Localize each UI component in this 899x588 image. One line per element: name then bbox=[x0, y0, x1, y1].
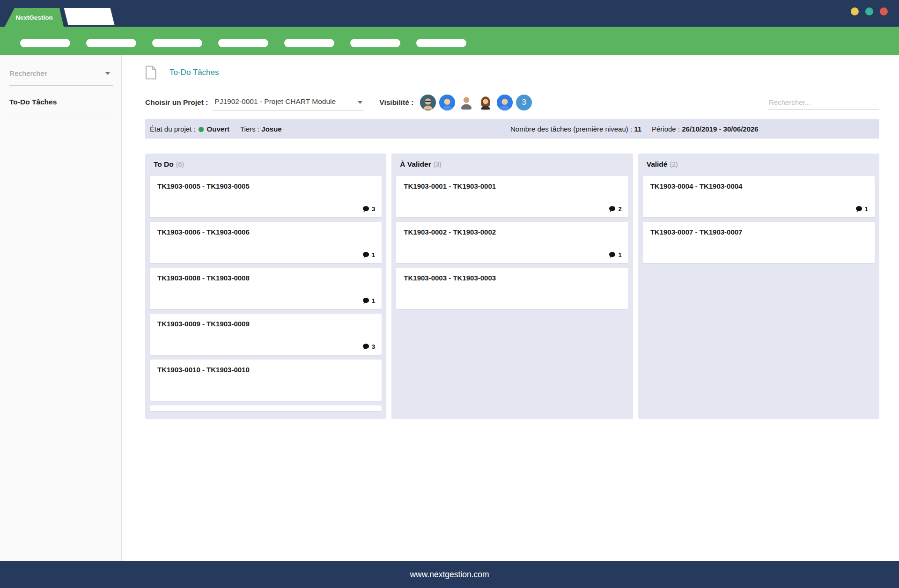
nav-item[interactable] bbox=[350, 39, 400, 47]
kanban-column: To Do(6)TK1903-0005 - TK1903-00053TK1903… bbox=[145, 154, 386, 419]
project-select-label: Choisir un Projet : bbox=[145, 98, 208, 107]
nav-item[interactable] bbox=[218, 39, 268, 47]
comment-icon bbox=[362, 297, 369, 304]
project-task-count: Nombre des tâches (première niveau) : 11 bbox=[510, 125, 652, 133]
task-card-title: TK1903-0010 - TK1903-0010 bbox=[157, 366, 374, 374]
comment-icon bbox=[609, 206, 616, 213]
avatar-user-2[interactable] bbox=[439, 95, 455, 110]
task-card[interactable]: TK1903-0008 - TK1903-00081 bbox=[150, 268, 382, 309]
teal-window-dot[interactable] bbox=[865, 7, 873, 15]
sidebar: Rechercher To-Do Tâches bbox=[0, 55, 122, 561]
task-card-title: TK1903-0008 - TK1903-0008 bbox=[157, 274, 374, 282]
controls-row: Choisir un Projet : PJ1902-0001 - Projet… bbox=[145, 95, 879, 110]
task-search-input[interactable] bbox=[768, 96, 879, 110]
comment-count: 1 bbox=[865, 206, 868, 213]
comment-count: 2 bbox=[618, 206, 621, 213]
task-card-comments: 3 bbox=[362, 343, 375, 350]
nav-item[interactable] bbox=[86, 39, 136, 47]
task-card-title: TK1903-0004 - TK1903-0004 bbox=[650, 182, 867, 190]
task-card-comments: 1 bbox=[362, 251, 375, 258]
task-card[interactable]: TK1903-0007 - TK1903-0007 bbox=[643, 222, 875, 263]
column-count: (2) bbox=[670, 161, 678, 168]
nav-item[interactable] bbox=[20, 39, 70, 47]
yellow-window-dot[interactable] bbox=[851, 7, 859, 15]
brand-tab[interactable]: NextGestion bbox=[5, 8, 64, 27]
comment-count: 1 bbox=[372, 297, 375, 304]
comment-count: 3 bbox=[372, 343, 375, 350]
brand-logo-text: NextGestion bbox=[15, 14, 53, 21]
task-card-title: TK1903-0001 - TK1903-0001 bbox=[404, 182, 620, 190]
main-nav bbox=[0, 27, 899, 55]
avatar-user-4[interactable] bbox=[478, 95, 494, 110]
red-window-dot[interactable] bbox=[880, 7, 888, 15]
project-select-value: PJ1902-0001 - Projet CHART Module bbox=[214, 97, 336, 105]
comment-count: 3 bbox=[372, 206, 375, 213]
column-title: Validé bbox=[647, 160, 668, 168]
column-title: À Valider bbox=[400, 160, 431, 168]
secondary-tab[interactable] bbox=[64, 8, 115, 25]
task-card-title: TK1903-0009 - TK1903-0009 bbox=[157, 320, 374, 328]
column-header: To Do(6) bbox=[150, 160, 382, 176]
task-card-comments: 2 bbox=[609, 206, 621, 213]
kanban-column: Validé(2)TK1903-0004 - TK1903-00041TK190… bbox=[638, 154, 879, 419]
chevron-down-icon bbox=[105, 72, 110, 75]
top-bar: NextGestion bbox=[0, 0, 899, 27]
more-users-badge[interactable]: 3 bbox=[516, 95, 532, 110]
main-area: Rechercher To-Do Tâches To-Do Tâches Cho… bbox=[0, 55, 899, 561]
task-card-title: TK1903-0002 - TK1903-0002 bbox=[404, 228, 620, 236]
task-card-title: TK1903-0007 - TK1903-0007 bbox=[650, 228, 867, 236]
task-card[interactable]: TK1903-0002 - TK1903-00021 bbox=[396, 222, 628, 263]
task-card[interactable]: TK1903-0003 - TK1903-0003 bbox=[396, 268, 628, 309]
sidebar-item-todo-taches[interactable]: To-Do Tâches bbox=[9, 98, 113, 115]
task-card[interactable]: TK1903-0009 - TK1903-00093 bbox=[150, 314, 382, 355]
document-icon bbox=[145, 66, 156, 80]
comment-icon bbox=[362, 251, 369, 258]
column-count: (3) bbox=[434, 161, 442, 168]
page-title: To-Do Tâches bbox=[169, 68, 219, 77]
sidebar-search-select[interactable]: Rechercher bbox=[9, 65, 113, 86]
project-status-bar: État du projet :Ouvert Tiers : Josue Nom… bbox=[145, 119, 879, 139]
nav-item[interactable] bbox=[284, 39, 334, 47]
avatar-user-5[interactable] bbox=[497, 95, 513, 110]
task-card-comments: 1 bbox=[855, 206, 868, 213]
visibility-label: Visibilité : bbox=[379, 98, 413, 107]
task-card[interactable]: TK1903-0010 - TK1903-0010 bbox=[150, 360, 382, 401]
window-buttons bbox=[851, 7, 888, 15]
page-title-row: To-Do Tâches bbox=[145, 66, 879, 80]
avatar-user-1[interactable] bbox=[420, 95, 436, 110]
nav-item[interactable] bbox=[416, 39, 466, 47]
nav-item[interactable] bbox=[152, 39, 202, 47]
project-state: État du projet :Ouvert bbox=[150, 125, 240, 133]
comment-icon bbox=[362, 343, 369, 350]
chevron-down-icon bbox=[358, 101, 362, 104]
task-card-comments: 3 bbox=[362, 206, 375, 213]
project-period: Période : 26/10/2019 - 30/06/2026 bbox=[652, 125, 875, 133]
kanban-board: To Do(6)TK1903-0005 - TK1903-00053TK1903… bbox=[145, 154, 879, 419]
comment-icon bbox=[855, 206, 862, 213]
task-card[interactable]: TK1903-0006 - TK1903-00061 bbox=[150, 222, 382, 263]
content: To-Do Tâches Choisir un Projet : PJ1902-… bbox=[122, 55, 899, 561]
task-card-comments: 1 bbox=[362, 297, 375, 304]
visibility-avatars: 3 bbox=[420, 95, 532, 110]
task-card-title: TK1903-0003 - TK1903-0003 bbox=[404, 274, 620, 282]
kanban-column: À Valider(3)TK1903-0001 - TK1903-00012TK… bbox=[391, 154, 633, 419]
comment-count: 1 bbox=[618, 251, 621, 258]
project-select[interactable]: PJ1902-0001 - Projet CHART Module bbox=[213, 95, 363, 110]
task-card[interactable]: TK1903-0005 - TK1903-00053 bbox=[150, 176, 382, 217]
task-card-partial[interactable] bbox=[150, 405, 382, 411]
footer-url: www.nextgestion.com bbox=[410, 570, 489, 580]
task-card[interactable]: TK1903-0004 - TK1903-00041 bbox=[643, 176, 875, 217]
column-header: À Valider(3) bbox=[396, 160, 628, 176]
sidebar-search-placeholder: Rechercher bbox=[9, 69, 47, 77]
comment-icon bbox=[362, 206, 369, 213]
comment-count: 1 bbox=[372, 251, 375, 258]
footer: www.nextgestion.com bbox=[0, 561, 899, 588]
column-count: (6) bbox=[176, 161, 184, 168]
avatar-user-3[interactable] bbox=[458, 95, 474, 110]
column-header: Validé(2) bbox=[643, 160, 875, 176]
column-title: To Do bbox=[154, 160, 174, 168]
project-tiers: Tiers : Josue bbox=[240, 125, 510, 133]
task-card-comments: 1 bbox=[609, 251, 621, 258]
task-card[interactable]: TK1903-0001 - TK1903-00012 bbox=[396, 176, 628, 217]
status-dot-icon bbox=[199, 127, 204, 132]
